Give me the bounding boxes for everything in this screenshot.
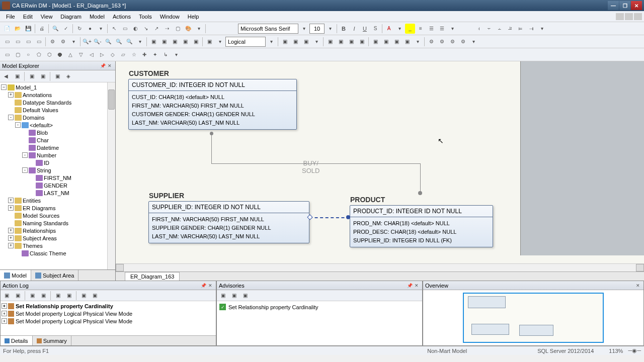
view-button[interactable]: ◐ bbox=[130, 24, 140, 34]
tb2-12[interactable]: ▣ bbox=[170, 37, 180, 47]
scroll-left-icon[interactable] bbox=[116, 264, 124, 272]
rel-supplier-product[interactable] bbox=[309, 217, 350, 218]
align-bottom-button[interactable]: ⫣ bbox=[526, 24, 536, 34]
tree-expand-icon[interactable]: + bbox=[8, 228, 14, 233]
shape-roundrect-icon[interactable]: ▢ bbox=[13, 50, 23, 60]
tab-details[interactable]: Details bbox=[1, 336, 33, 345]
shape-ellipse-icon[interactable]: ○ bbox=[23, 50, 33, 60]
tb2-20[interactable]: ▣ bbox=[280, 37, 290, 47]
shape-burst-icon[interactable]: ✦ bbox=[150, 50, 160, 60]
maximize-button[interactable]: ❐ bbox=[619, 1, 630, 10]
tb2-3[interactable]: ▭ bbox=[23, 37, 33, 47]
diagram-canvas[interactable]: CUSTOMER CUSTOMER_ID: INTEGER ID NOT NUL… bbox=[116, 61, 644, 263]
tree-item[interactable]: LAST_NM bbox=[1, 189, 114, 197]
shape-cross-icon[interactable]: ✚ bbox=[139, 50, 149, 60]
zoom-fit-button[interactable]: 🔍 bbox=[103, 37, 113, 47]
mdi-max[interactable] bbox=[625, 13, 633, 20]
note-button[interactable]: ▢ bbox=[173, 24, 183, 34]
shape-star-icon[interactable]: ☆ bbox=[129, 50, 139, 60]
tree-item[interactable]: -<default> bbox=[1, 121, 114, 129]
tree-item[interactable]: +Entities bbox=[1, 197, 114, 204]
exp-tb-6[interactable]: ◈ bbox=[63, 71, 73, 81]
font-size-select[interactable] bbox=[309, 24, 325, 34]
action-log-list[interactable]: +Set Relationship property Cardinality+S… bbox=[1, 301, 216, 335]
tb2-4[interactable]: ▭ bbox=[34, 37, 44, 47]
al-tb-5[interactable]: ▣ bbox=[53, 291, 63, 301]
minimize-button[interactable]: — bbox=[608, 1, 619, 10]
tb2-dd2[interactable]: ▾ bbox=[215, 37, 225, 47]
tree-expand-icon[interactable]: - bbox=[15, 122, 21, 128]
save-button[interactable]: 💾 bbox=[23, 24, 33, 34]
dd-button[interactable]: ▾ bbox=[96, 24, 106, 34]
close-button[interactable]: ✕ bbox=[631, 1, 642, 10]
al-tb-7[interactable]: ▣ bbox=[78, 291, 89, 301]
dd3-button[interactable]: ▾ bbox=[447, 24, 457, 34]
explorer-close-icon[interactable]: ✕ bbox=[106, 62, 113, 69]
exp-tb-5[interactable]: ▣ bbox=[52, 71, 62, 81]
rel3-button[interactable]: ⇢ bbox=[162, 24, 172, 34]
action-log-close-icon[interactable]: ✕ bbox=[207, 282, 214, 289]
highlight-button[interactable]: _ bbox=[405, 24, 415, 34]
tree-item[interactable]: Blob bbox=[1, 129, 114, 136]
list1-button[interactable]: ☰ bbox=[426, 24, 436, 34]
tb2-dd1[interactable]: ▾ bbox=[68, 37, 78, 47]
tree-item[interactable]: +Annotations bbox=[1, 91, 114, 99]
tb2-22[interactable]: ▣ bbox=[301, 37, 311, 47]
tree-item[interactable]: -String bbox=[1, 166, 114, 174]
list2-button[interactable]: ☰ bbox=[437, 24, 447, 34]
tree-scrollbar[interactable] bbox=[107, 82, 115, 269]
advisories-close-icon[interactable]: ✕ bbox=[413, 282, 420, 289]
tb2-30[interactable]: ▣ bbox=[325, 37, 335, 47]
font-family-select[interactable] bbox=[238, 24, 298, 34]
al-tb-4[interactable]: ▣ bbox=[38, 291, 48, 301]
advisories-pin-icon[interactable]: 📌 bbox=[406, 282, 413, 289]
view-mode-select[interactable] bbox=[225, 37, 266, 47]
shape-parallel-icon[interactable]: ▱ bbox=[118, 50, 128, 60]
tree-expand-icon[interactable]: + bbox=[8, 92, 14, 98]
dd2-button[interactable]: ▾ bbox=[194, 24, 204, 34]
tb2-36[interactable]: ▣ bbox=[391, 37, 401, 47]
shape-pentagon-icon[interactable]: ⬠ bbox=[34, 50, 44, 60]
shape-triangle-icon[interactable]: △ bbox=[65, 50, 75, 60]
tree-expand-icon[interactable]: + bbox=[8, 243, 14, 248]
tree-item[interactable]: FIRST_NM bbox=[1, 174, 114, 182]
adv-tb-3[interactable]: ▣ bbox=[240, 291, 250, 301]
menu-tools[interactable]: Tools bbox=[135, 13, 156, 21]
al-tb-3[interactable]: ▣ bbox=[27, 291, 37, 301]
explorer-pin-icon[interactable]: 📌 bbox=[99, 62, 106, 69]
shape-diamond-icon[interactable]: ◇ bbox=[108, 50, 118, 60]
log-row[interactable]: +Set Model property Logical Physical Vie… bbox=[2, 317, 215, 325]
tree-expand-icon[interactable]: + bbox=[8, 235, 14, 241]
zoom-rect-button[interactable]: 🔍 bbox=[124, 37, 134, 47]
menu-edit[interactable]: Edit bbox=[19, 13, 37, 21]
tree-item[interactable]: ID bbox=[1, 159, 114, 166]
entity-button[interactable]: ▭ bbox=[120, 24, 130, 34]
menu-model[interactable]: Model bbox=[86, 13, 109, 21]
tb2-dd3[interactable]: ▾ bbox=[311, 37, 321, 47]
al-tb-2[interactable]: ▣ bbox=[13, 291, 23, 301]
tb2-40[interactable]: ⚙ bbox=[426, 37, 436, 47]
exp-tb-3[interactable]: ▣ bbox=[27, 71, 37, 81]
shape-connector-icon[interactable]: ↳ bbox=[160, 50, 171, 60]
exp-tb-4[interactable]: ▣ bbox=[38, 71, 48, 81]
menu-diagram[interactable]: Diagram bbox=[56, 13, 86, 21]
tab-summary[interactable]: Summary bbox=[33, 336, 71, 345]
italic-button[interactable]: I bbox=[349, 24, 359, 34]
rel1-button[interactable]: ↘ bbox=[141, 24, 151, 34]
action-log-pin-icon[interactable]: 📌 bbox=[200, 282, 207, 289]
diagram-tab[interactable]: ER_Diagram_163 bbox=[125, 272, 180, 281]
advisory-row[interactable]: ✓ Set Relationship property Cardinality bbox=[218, 302, 421, 312]
spell-button[interactable]: ✓ bbox=[61, 24, 71, 34]
overview-body[interactable] bbox=[423, 290, 643, 345]
explorer-tree[interactable]: −Model_1 +AnnotationsDatatype StandardsD… bbox=[0, 82, 115, 269]
log-expand-icon[interactable]: + bbox=[2, 311, 7, 316]
tb2-5[interactable]: ⚙ bbox=[47, 37, 57, 47]
tree-item[interactable]: Char bbox=[1, 136, 114, 144]
align-top-button[interactable]: ⫡ bbox=[505, 24, 515, 34]
tree-item[interactable]: +Themes bbox=[1, 242, 114, 249]
log-row[interactable]: +Set Relationship property Cardinality bbox=[2, 302, 215, 310]
tree-expand-icon[interactable]: - bbox=[22, 152, 28, 158]
tb2-21[interactable]: ▣ bbox=[290, 37, 300, 47]
menu-file[interactable]: File bbox=[2, 13, 19, 21]
tree-item[interactable]: +Subject Areas bbox=[1, 234, 114, 242]
